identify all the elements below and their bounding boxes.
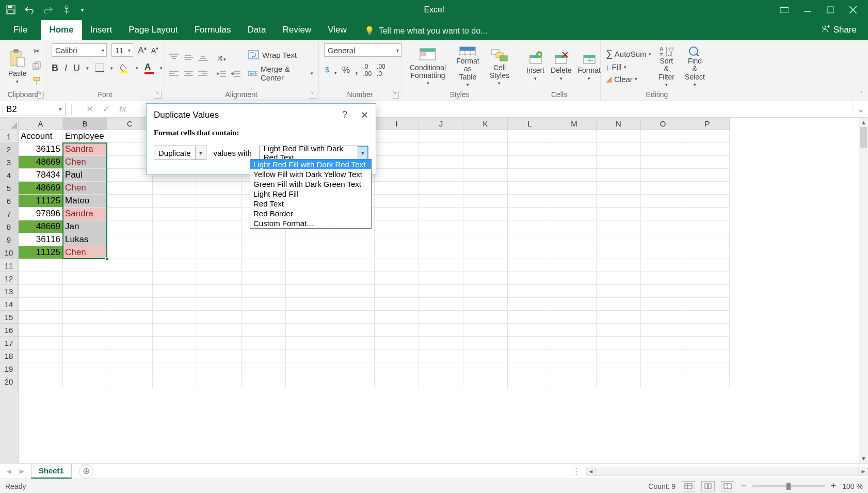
cell-O6[interactable] [641,195,685,208]
cell-I6[interactable] [375,195,419,208]
cell-H13[interactable] [330,285,375,298]
cell-I3[interactable] [375,156,419,169]
redo-icon[interactable] [42,4,54,15]
cell-H12[interactable] [330,272,375,285]
cell-N8[interactable] [597,220,641,233]
cell-D18[interactable] [153,349,197,362]
duplicate-type-select[interactable]: Duplicate ▼ [154,146,206,160]
cell-D16[interactable] [153,324,197,337]
cell-K20[interactable] [463,375,508,388]
collapse-ribbon-icon[interactable]: ˆ [860,90,863,99]
cell-A10[interactable]: 11125 [19,246,63,259]
row-header-12[interactable]: 12 [0,272,18,285]
percent-icon[interactable]: % [342,65,350,75]
cell-N6[interactable] [597,195,641,208]
cell-C20[interactable] [107,375,153,388]
cell-F16[interactable] [242,324,286,337]
align-center-icon[interactable] [184,70,193,79]
cell-H9[interactable] [330,233,375,246]
col-header-J[interactable]: J [419,118,463,130]
cell-H20[interactable] [330,375,375,388]
cell-K16[interactable] [463,324,508,337]
cell-L12[interactable] [508,272,552,285]
cell-O20[interactable] [641,375,685,388]
row-header-8[interactable]: 8 [0,220,18,233]
cell-N12[interactable] [597,272,641,285]
cell-B9[interactable]: Lukas [63,233,107,246]
cell-B19[interactable] [63,362,107,375]
cell-M10[interactable] [552,246,597,259]
maximize-icon[interactable] [827,6,834,13]
row-header-15[interactable]: 15 [0,311,18,324]
tab-data[interactable]: Data [239,20,275,40]
cell-J4[interactable] [419,169,463,182]
row-header-4[interactable]: 4 [0,169,18,182]
cell-N16[interactable] [597,324,641,337]
cell-A17[interactable] [19,337,63,349]
cell-E5[interactable] [197,182,242,195]
cell-O17[interactable] [641,337,685,349]
cell-E15[interactable] [197,311,242,324]
cell-H18[interactable] [330,349,375,362]
cell-D10[interactable] [153,246,197,259]
cell-I12[interactable] [375,272,419,285]
cell-M5[interactable] [552,182,597,195]
cell-B2[interactable]: Sandra [63,143,107,156]
cell-E11[interactable] [197,259,242,272]
cell-D13[interactable] [153,285,197,298]
insert-function-icon[interactable]: fx [119,104,126,115]
chevron-down-icon[interactable]: ▼ [196,146,206,160]
cell-H17[interactable] [330,337,375,349]
row-header-16[interactable]: 16 [0,324,18,337]
cell-E13[interactable] [197,285,242,298]
cell-L13[interactable] [508,285,552,298]
cell-N4[interactable] [597,169,641,182]
increase-decimal-icon[interactable]: .0.00 [363,63,372,77]
cell-A6[interactable]: 11125 [19,195,63,208]
cell-L5[interactable] [508,182,552,195]
cell-N11[interactable] [597,259,641,272]
cell-B8[interactable]: Jan [63,220,107,233]
cell-G15[interactable] [286,311,330,324]
row-header-13[interactable]: 13 [0,285,18,298]
merge-center-button[interactable]: Merge & Center ▾ [248,65,313,82]
cell-N20[interactable] [597,375,641,388]
cell-J16[interactable] [419,324,463,337]
cell-P16[interactable] [685,324,730,337]
cell-K9[interactable] [463,233,508,246]
clipboard-launcher[interactable] [37,91,44,99]
row-header-1[interactable]: 1 [0,130,18,143]
fill-button[interactable]: ↓Fill▾ [606,62,651,71]
insert-cells-button[interactable]: +Insert▾ [523,45,548,87]
dropdown-option[interactable]: Light Red Fill [250,189,371,199]
cell-C17[interactable] [107,337,153,349]
cell-M13[interactable] [552,285,597,298]
cell-M18[interactable] [552,349,597,362]
cell-E14[interactable] [197,298,242,311]
cell-N19[interactable] [597,362,641,375]
cell-M4[interactable] [552,169,597,182]
cell-D5[interactable] [153,182,197,195]
view-page-layout-icon[interactable] [701,481,715,491]
cell-G19[interactable] [286,362,330,375]
cell-B5[interactable]: Chen [63,182,107,195]
tab-formulas[interactable]: Formulas [186,20,239,40]
number-launcher[interactable] [392,91,399,99]
minimize-icon[interactable] [804,6,811,13]
cell-J20[interactable] [419,375,463,388]
cell-K10[interactable] [463,246,508,259]
view-normal-icon[interactable] [682,481,695,491]
autosum-button[interactable]: ∑AutoSum▾ [606,49,651,59]
cell-A12[interactable] [19,272,63,285]
row-header-17[interactable]: 17 [0,337,18,349]
cell-B15[interactable] [63,311,107,324]
cell-L15[interactable] [508,311,552,324]
cell-J12[interactable] [419,272,463,285]
sort-filter-button[interactable]: AZSort & Filter▾ [655,45,678,87]
format-style-select[interactable]: Light Red Fill with Dark Red Text ▼ [259,146,368,160]
cell-L9[interactable] [508,233,552,246]
cell-N7[interactable] [597,208,641,220]
font-color-icon[interactable]: A [144,62,154,74]
cell-P4[interactable] [685,169,730,182]
cell-M2[interactable] [552,143,597,156]
